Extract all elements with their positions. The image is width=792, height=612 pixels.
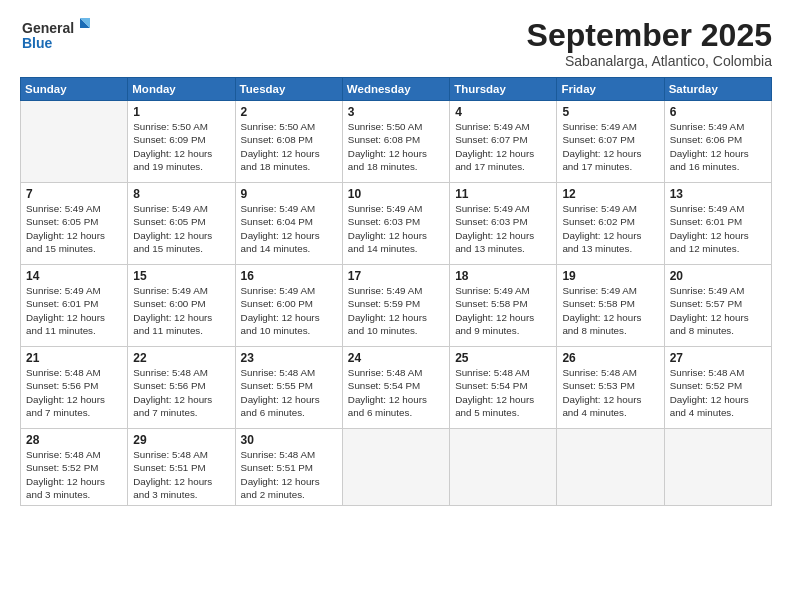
- day-cell: [450, 429, 557, 506]
- day-cell: 28Sunrise: 5:48 AM Sunset: 5:52 PM Dayli…: [21, 429, 128, 506]
- week-row-4: 21Sunrise: 5:48 AM Sunset: 5:56 PM Dayli…: [21, 347, 772, 429]
- day-cell: 18Sunrise: 5:49 AM Sunset: 5:58 PM Dayli…: [450, 265, 557, 347]
- day-info: Sunrise: 5:49 AM Sunset: 6:05 PM Dayligh…: [133, 202, 229, 255]
- day-number: 13: [670, 187, 766, 201]
- day-info: Sunrise: 5:49 AM Sunset: 6:03 PM Dayligh…: [348, 202, 444, 255]
- day-info: Sunrise: 5:49 AM Sunset: 6:06 PM Dayligh…: [670, 120, 766, 173]
- day-number: 14: [26, 269, 122, 283]
- day-cell: [664, 429, 771, 506]
- header: General Blue September 2025 Sabanalarga,…: [20, 18, 772, 69]
- day-number: 11: [455, 187, 551, 201]
- col-monday: Monday: [128, 78, 235, 101]
- day-number: 19: [562, 269, 658, 283]
- day-info: Sunrise: 5:48 AM Sunset: 5:53 PM Dayligh…: [562, 366, 658, 419]
- col-sunday: Sunday: [21, 78, 128, 101]
- day-cell: 6Sunrise: 5:49 AM Sunset: 6:06 PM Daylig…: [664, 101, 771, 183]
- logo: General Blue: [20, 18, 92, 58]
- day-cell: 17Sunrise: 5:49 AM Sunset: 5:59 PM Dayli…: [342, 265, 449, 347]
- day-number: 5: [562, 105, 658, 119]
- day-info: Sunrise: 5:48 AM Sunset: 5:54 PM Dayligh…: [348, 366, 444, 419]
- day-number: 2: [241, 105, 337, 119]
- day-info: Sunrise: 5:48 AM Sunset: 5:51 PM Dayligh…: [133, 448, 229, 501]
- day-cell: [557, 429, 664, 506]
- day-number: 16: [241, 269, 337, 283]
- svg-text:General: General: [22, 20, 74, 36]
- day-info: Sunrise: 5:50 AM Sunset: 6:08 PM Dayligh…: [348, 120, 444, 173]
- day-cell: 15Sunrise: 5:49 AM Sunset: 6:00 PM Dayli…: [128, 265, 235, 347]
- day-number: 26: [562, 351, 658, 365]
- day-cell: 4Sunrise: 5:49 AM Sunset: 6:07 PM Daylig…: [450, 101, 557, 183]
- day-info: Sunrise: 5:48 AM Sunset: 5:51 PM Dayligh…: [241, 448, 337, 501]
- day-cell: 11Sunrise: 5:49 AM Sunset: 6:03 PM Dayli…: [450, 183, 557, 265]
- day-number: 23: [241, 351, 337, 365]
- day-number: 9: [241, 187, 337, 201]
- day-info: Sunrise: 5:49 AM Sunset: 6:04 PM Dayligh…: [241, 202, 337, 255]
- day-cell: 2Sunrise: 5:50 AM Sunset: 6:08 PM Daylig…: [235, 101, 342, 183]
- day-number: 30: [241, 433, 337, 447]
- day-info: Sunrise: 5:49 AM Sunset: 5:58 PM Dayligh…: [562, 284, 658, 337]
- day-number: 12: [562, 187, 658, 201]
- day-number: 25: [455, 351, 551, 365]
- day-number: 27: [670, 351, 766, 365]
- day-cell: 7Sunrise: 5:49 AM Sunset: 6:05 PM Daylig…: [21, 183, 128, 265]
- day-info: Sunrise: 5:49 AM Sunset: 6:05 PM Dayligh…: [26, 202, 122, 255]
- week-row-2: 7Sunrise: 5:49 AM Sunset: 6:05 PM Daylig…: [21, 183, 772, 265]
- title-block: September 2025 Sabanalarga, Atlantico, C…: [527, 18, 772, 69]
- day-info: Sunrise: 5:48 AM Sunset: 5:55 PM Dayligh…: [241, 366, 337, 419]
- header-row: Sunday Monday Tuesday Wednesday Thursday…: [21, 78, 772, 101]
- day-cell: 30Sunrise: 5:48 AM Sunset: 5:51 PM Dayli…: [235, 429, 342, 506]
- calendar: Sunday Monday Tuesday Wednesday Thursday…: [20, 77, 772, 506]
- day-info: Sunrise: 5:49 AM Sunset: 6:00 PM Dayligh…: [241, 284, 337, 337]
- svg-text:Blue: Blue: [22, 35, 53, 51]
- day-info: Sunrise: 5:49 AM Sunset: 6:03 PM Dayligh…: [455, 202, 551, 255]
- day-cell: [342, 429, 449, 506]
- day-number: 29: [133, 433, 229, 447]
- page: General Blue September 2025 Sabanalarga,…: [0, 0, 792, 612]
- day-number: 15: [133, 269, 229, 283]
- day-cell: 3Sunrise: 5:50 AM Sunset: 6:08 PM Daylig…: [342, 101, 449, 183]
- day-info: Sunrise: 5:49 AM Sunset: 6:07 PM Dayligh…: [455, 120, 551, 173]
- week-row-1: 1Sunrise: 5:50 AM Sunset: 6:09 PM Daylig…: [21, 101, 772, 183]
- day-number: 18: [455, 269, 551, 283]
- col-saturday: Saturday: [664, 78, 771, 101]
- day-cell: 21Sunrise: 5:48 AM Sunset: 5:56 PM Dayli…: [21, 347, 128, 429]
- day-cell: 29Sunrise: 5:48 AM Sunset: 5:51 PM Dayli…: [128, 429, 235, 506]
- day-info: Sunrise: 5:49 AM Sunset: 6:00 PM Dayligh…: [133, 284, 229, 337]
- subtitle: Sabanalarga, Atlantico, Colombia: [527, 53, 772, 69]
- day-number: 24: [348, 351, 444, 365]
- day-info: Sunrise: 5:48 AM Sunset: 5:54 PM Dayligh…: [455, 366, 551, 419]
- day-info: Sunrise: 5:48 AM Sunset: 5:52 PM Dayligh…: [26, 448, 122, 501]
- day-number: 3: [348, 105, 444, 119]
- day-cell: 5Sunrise: 5:49 AM Sunset: 6:07 PM Daylig…: [557, 101, 664, 183]
- day-info: Sunrise: 5:49 AM Sunset: 6:07 PM Dayligh…: [562, 120, 658, 173]
- col-friday: Friday: [557, 78, 664, 101]
- day-cell: 1Sunrise: 5:50 AM Sunset: 6:09 PM Daylig…: [128, 101, 235, 183]
- day-cell: 23Sunrise: 5:48 AM Sunset: 5:55 PM Dayli…: [235, 347, 342, 429]
- day-cell: 27Sunrise: 5:48 AM Sunset: 5:52 PM Dayli…: [664, 347, 771, 429]
- day-cell: 25Sunrise: 5:48 AM Sunset: 5:54 PM Dayli…: [450, 347, 557, 429]
- col-wednesday: Wednesday: [342, 78, 449, 101]
- day-info: Sunrise: 5:50 AM Sunset: 6:08 PM Dayligh…: [241, 120, 337, 173]
- day-number: 22: [133, 351, 229, 365]
- day-info: Sunrise: 5:49 AM Sunset: 5:59 PM Dayligh…: [348, 284, 444, 337]
- day-cell: 10Sunrise: 5:49 AM Sunset: 6:03 PM Dayli…: [342, 183, 449, 265]
- day-number: 28: [26, 433, 122, 447]
- day-number: 10: [348, 187, 444, 201]
- day-number: 4: [455, 105, 551, 119]
- day-cell: 24Sunrise: 5:48 AM Sunset: 5:54 PM Dayli…: [342, 347, 449, 429]
- week-row-3: 14Sunrise: 5:49 AM Sunset: 6:01 PM Dayli…: [21, 265, 772, 347]
- day-cell: 8Sunrise: 5:49 AM Sunset: 6:05 PM Daylig…: [128, 183, 235, 265]
- day-info: Sunrise: 5:49 AM Sunset: 6:01 PM Dayligh…: [26, 284, 122, 337]
- col-thursday: Thursday: [450, 78, 557, 101]
- day-info: Sunrise: 5:48 AM Sunset: 5:56 PM Dayligh…: [26, 366, 122, 419]
- day-cell: 12Sunrise: 5:49 AM Sunset: 6:02 PM Dayli…: [557, 183, 664, 265]
- day-number: 8: [133, 187, 229, 201]
- day-cell: 20Sunrise: 5:49 AM Sunset: 5:57 PM Dayli…: [664, 265, 771, 347]
- month-title: September 2025: [527, 18, 772, 53]
- day-cell: 13Sunrise: 5:49 AM Sunset: 6:01 PM Dayli…: [664, 183, 771, 265]
- day-cell: 9Sunrise: 5:49 AM Sunset: 6:04 PM Daylig…: [235, 183, 342, 265]
- day-info: Sunrise: 5:49 AM Sunset: 5:57 PM Dayligh…: [670, 284, 766, 337]
- day-info: Sunrise: 5:48 AM Sunset: 5:52 PM Dayligh…: [670, 366, 766, 419]
- day-cell: 16Sunrise: 5:49 AM Sunset: 6:00 PM Dayli…: [235, 265, 342, 347]
- day-number: 7: [26, 187, 122, 201]
